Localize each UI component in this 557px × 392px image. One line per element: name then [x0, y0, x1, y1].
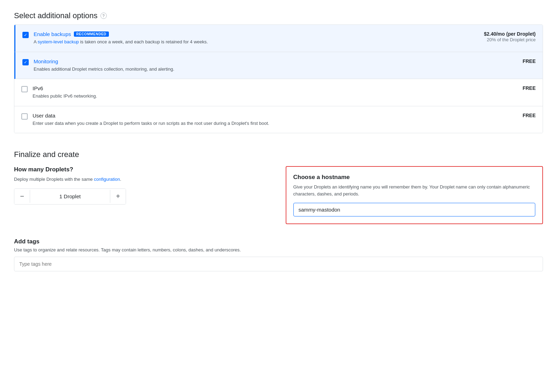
droplets-col: How many Droplets? Deploy multiple Dropl…: [14, 166, 272, 205]
option-content-monitoring: Monitoring Enables additional Droplet me…: [34, 58, 516, 73]
free-label-userdata: FREE: [523, 113, 536, 118]
option-description-ipv6: Enables public IPv6 networking.: [33, 93, 516, 100]
checkbox-wrapper-ipv6[interactable]: [21, 86, 28, 92]
option-content-backups: Enable backups RECOMMENDED A system-leve…: [34, 31, 477, 45]
decrement-button[interactable]: −: [14, 189, 30, 204]
option-title-backups: Enable backups: [34, 31, 71, 37]
option-description-userdata: Enter user data when you create a Drople…: [33, 120, 516, 127]
system-level-backup-link[interactable]: system-level backup: [38, 39, 79, 44]
option-title-ipv6: IPv6: [33, 85, 43, 91]
option-description-backups: A system-level backup is taken once a we…: [34, 38, 477, 45]
option-title-row-backups: Enable backups RECOMMENDED: [34, 31, 477, 37]
help-icon[interactable]: ?: [100, 13, 107, 19]
finalize-title: Finalize and create: [14, 150, 543, 159]
check-icon: ✓: [24, 33, 27, 37]
tags-input[interactable]: [14, 257, 543, 271]
tags-heading: Add tags: [14, 238, 543, 245]
droplets-description: Deploy multiple Droplets with the same c…: [14, 176, 272, 183]
option-content-ipv6: IPv6 Enables public IPv6 networking.: [33, 85, 516, 100]
droplets-heading: How many Droplets?: [14, 166, 272, 173]
price-main-backups: $2.40/mo (per Droplet): [484, 31, 536, 37]
option-row-ipv6: IPv6 Enables public IPv6 networking. FRE…: [14, 79, 543, 106]
option-price-backups: $2.40/mo (per Droplet) 20% of the Drople…: [484, 31, 536, 42]
hostname-heading: Choose a hostname: [293, 174, 536, 181]
checkbox-wrapper-userdata[interactable]: [21, 113, 28, 120]
tags-section: Add tags Use tags to organize and relate…: [14, 238, 543, 271]
configuration-link[interactable]: configuration: [94, 177, 120, 182]
hostname-input[interactable]: [293, 203, 536, 216]
checkbox-wrapper-monitoring[interactable]: ✓: [22, 59, 29, 65]
option-row-userdata: User data Enter user data when you creat…: [14, 106, 543, 133]
option-title-row-ipv6: IPv6: [33, 85, 516, 91]
checkbox-backups[interactable]: ✓: [22, 32, 29, 38]
check-icon-monitoring: ✓: [24, 60, 27, 64]
free-label-monitoring: FREE: [523, 58, 536, 64]
checkbox-monitoring[interactable]: ✓: [22, 59, 29, 65]
checkbox-wrapper-backups[interactable]: ✓: [22, 32, 29, 38]
checkbox-ipv6[interactable]: [21, 86, 28, 92]
price-sub-backups: 20% of the Droplet price: [487, 37, 536, 42]
option-left-backups: ✓ Enable backups RECOMMENDED A system-le…: [22, 31, 477, 45]
droplet-count-display: 1 Droplet: [30, 190, 110, 203]
hostname-col: Choose a hostname Give your Droplets an …: [286, 166, 543, 224]
tags-description: Use tags to organize and relate resource…: [14, 247, 543, 252]
option-description-monitoring: Enables additional Droplet metrics colle…: [34, 66, 516, 73]
option-left-userdata: User data Enter user data when you creat…: [21, 113, 516, 127]
finalize-section: Finalize and create How many Droplets? D…: [14, 150, 543, 271]
options-container: ✓ Enable backups RECOMMENDED A system-le…: [14, 24, 543, 133]
increment-button[interactable]: +: [110, 189, 126, 204]
option-price-ipv6: FREE: [523, 85, 536, 91]
option-title-row-monitoring: Monitoring: [34, 58, 516, 64]
droplet-counter: − 1 Droplet +: [14, 188, 126, 205]
select-options-section: Select additional options ? ✓ Enable bac…: [14, 11, 543, 133]
option-left-monitoring: ✓ Monitoring Enables additional Droplet …: [22, 58, 516, 73]
checkbox-userdata[interactable]: [21, 113, 28, 120]
option-title-monitoring: Monitoring: [34, 58, 58, 64]
option-row-monitoring: ✓ Monitoring Enables additional Droplet …: [14, 52, 543, 79]
option-row-backups: ✓ Enable backups RECOMMENDED A system-le…: [14, 25, 543, 52]
option-content-userdata: User data Enter user data when you creat…: [33, 113, 516, 127]
section-title: Select additional options ?: [14, 11, 543, 20]
option-title-row-userdata: User data: [33, 113, 516, 119]
option-price-monitoring: FREE: [523, 58, 536, 64]
free-label-ipv6: FREE: [523, 85, 536, 91]
finalize-grid: How many Droplets? Deploy multiple Dropl…: [14, 166, 543, 224]
hostname-description: Give your Droplets an identifying name y…: [293, 184, 536, 197]
recommended-badge: RECOMMENDED: [74, 31, 109, 37]
option-price-userdata: FREE: [523, 113, 536, 118]
option-left-ipv6: IPv6 Enables public IPv6 networking.: [21, 85, 516, 100]
option-title-userdata: User data: [33, 113, 55, 119]
